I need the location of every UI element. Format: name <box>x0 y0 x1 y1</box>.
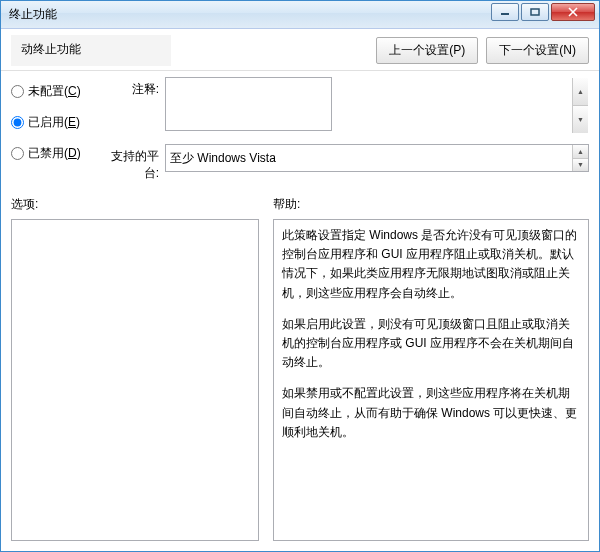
minimize-icon <box>500 8 510 16</box>
svg-rect-0 <box>501 13 509 15</box>
radio-disabled[interactable]: 已禁用(D) <box>11 145 93 162</box>
comment-scroll-up[interactable]: ▲ <box>572 78 588 105</box>
radio-disabled-input[interactable] <box>11 147 24 160</box>
comment-input[interactable] <box>165 77 332 131</box>
split-panes: 此策略设置指定 Windows 是否允许没有可见顶级窗口的控制台应用程序和 GU… <box>11 219 589 541</box>
maximize-button[interactable] <box>521 3 549 21</box>
header-area: 动终止功能 上一个设置(P) 下一个设置(N) <box>1 29 599 71</box>
platform-row: 支持的平台: 至少 Windows Vista ▲ ▼ <box>103 144 589 182</box>
radio-not-configured-label: 未配置(C) <box>28 83 81 100</box>
radio-enabled-input[interactable] <box>11 116 24 129</box>
previous-setting-label: 上一个设置(P) <box>389 43 465 57</box>
platform-label: 支持的平台: <box>103 144 159 182</box>
fields-column: 注释: ▲ ▼ 支持的平台: 至少 Windows Vista ▲ <box>103 77 589 182</box>
nav-buttons: 上一个设置(P) 下一个设置(N) <box>376 35 589 64</box>
state-radio-group: 未配置(C) 已启用(E) 已禁用(D) <box>11 77 93 182</box>
help-paragraph-3: 如果禁用或不配置此设置，则这些应用程序将在关机期间自动终止，从而有助于确保 Wi… <box>282 384 580 442</box>
top-row: 未配置(C) 已启用(E) 已禁用(D) 注释: <box>11 77 589 182</box>
next-setting-button[interactable]: 下一个设置(N) <box>486 37 589 64</box>
svg-rect-1 <box>531 9 539 15</box>
close-button[interactable] <box>551 3 595 21</box>
help-paragraph-2: 如果启用此设置，则没有可见顶级窗口且阻止或取消关机的控制台应用程序或 GUI 应… <box>282 315 580 373</box>
help-paragraph-1: 此策略设置指定 Windows 是否允许没有可见顶级窗口的控制台应用程序和 GU… <box>282 226 580 303</box>
radio-enabled[interactable]: 已启用(E) <box>11 114 93 131</box>
radio-not-configured[interactable]: 未配置(C) <box>11 83 93 100</box>
titlebar: 终止功能 <box>1 1 599 29</box>
content-area: 未配置(C) 已启用(E) 已禁用(D) 注释: <box>1 71 599 551</box>
comment-row: 注释: ▲ ▼ <box>103 77 589 134</box>
split-labels: 选项: 帮助: <box>11 196 589 213</box>
platform-box-wrap: 至少 Windows Vista ▲ ▼ <box>165 144 589 172</box>
setting-heading-tab: 动终止功能 <box>11 35 171 66</box>
window-title: 终止功能 <box>9 6 57 23</box>
radio-enabled-label: 已启用(E) <box>28 114 80 131</box>
heading-block: 动终止功能 <box>11 35 171 66</box>
platform-value: 至少 Windows Vista <box>165 144 589 172</box>
setting-heading-text: 动终止功能 <box>21 42 81 56</box>
radio-not-configured-input[interactable] <box>11 85 24 98</box>
window-controls <box>491 3 595 21</box>
help-section-label: 帮助: <box>273 196 300 213</box>
comment-box-wrap: ▲ ▼ <box>165 77 589 134</box>
close-icon <box>567 7 579 17</box>
platform-scroll-down[interactable]: ▼ <box>572 158 588 172</box>
previous-setting-button[interactable]: 上一个设置(P) <box>376 37 478 64</box>
platform-scroll: ▲ ▼ <box>572 145 588 171</box>
help-pane[interactable]: 此策略设置指定 Windows 是否允许没有可见顶级窗口的控制台应用程序和 GU… <box>273 219 589 541</box>
comment-scroll: ▲ ▼ <box>572 78 588 133</box>
maximize-icon <box>530 8 540 16</box>
comment-label: 注释: <box>103 77 159 98</box>
radio-disabled-label: 已禁用(D) <box>28 145 81 162</box>
dialog-window: 终止功能 动终止功能 上一个设置(P) 下一个设置(N) <box>0 0 600 552</box>
options-section-label: 选项: <box>11 196 259 213</box>
minimize-button[interactable] <box>491 3 519 21</box>
comment-scroll-down[interactable]: ▼ <box>572 105 588 133</box>
options-pane[interactable] <box>11 219 259 541</box>
next-setting-label: 下一个设置(N) <box>499 43 576 57</box>
platform-scroll-up[interactable]: ▲ <box>572 145 588 158</box>
